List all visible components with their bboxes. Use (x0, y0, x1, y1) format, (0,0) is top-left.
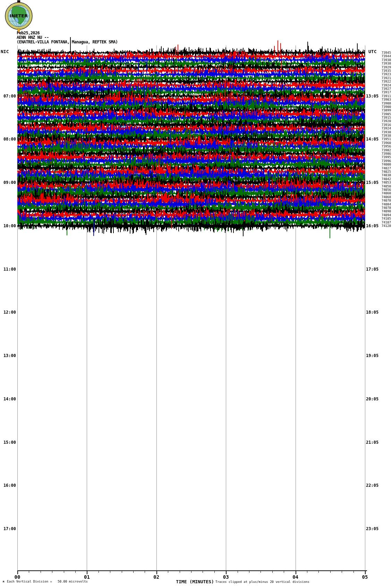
row-baseline-value: 73996 (382, 159, 391, 162)
row-baseline-value: 74050 (382, 185, 391, 188)
row-baseline-value: 73924 (382, 84, 391, 87)
row-baseline-value: 73899 (382, 109, 391, 112)
helicorder-page: INETER Feb25,2026 AENN HNZ NU -- (ENATRE… (0, 0, 392, 586)
left-hour-label: 13:00 (1, 354, 16, 358)
row-baseline-value: 73956 (382, 145, 391, 148)
row-baseline-value: 73908 (382, 102, 391, 105)
x-tick-label: 03 (223, 575, 229, 579)
right-hour-label: 16:05 (366, 224, 378, 228)
row-baseline-value: 74105 (382, 217, 391, 220)
left-hour-label: 16:00 (1, 483, 16, 487)
logo-text: INETER (10, 13, 28, 18)
left-hour-label: 08:00 (1, 137, 16, 141)
row-baseline-value: 73938 (382, 134, 391, 137)
row-baseline-value: 74107 (382, 221, 391, 224)
row-baseline-value: 73911 (382, 94, 391, 97)
x-tick-label: 00 (15, 575, 20, 579)
right-hour-label: 15:05 (366, 180, 378, 185)
row-baseline-value: 74078 (382, 199, 391, 202)
right-hour-label: 19:05 (366, 354, 378, 358)
row-baseline-value: 73903 (382, 98, 391, 101)
row-baseline-value: 74000 (382, 163, 391, 166)
row-baseline-value: 73916 (382, 123, 391, 126)
x-tick-label: 04 (292, 575, 298, 579)
left-hour-label: 15:00 (1, 440, 16, 444)
right-hour-label: 18:05 (366, 310, 378, 314)
row-baseline-value: 73995 (382, 156, 391, 159)
seismogram-canvas (0, 0, 392, 586)
right-hour-label: 20:05 (366, 397, 378, 401)
row-baseline-value: 73930 (382, 130, 391, 134)
row-baseline-value: 73922 (382, 80, 391, 83)
x-tick-label: 01 (84, 575, 90, 579)
x-axis-title: TIME (MINUTES) (176, 579, 214, 584)
x-tick-label: 05 (362, 575, 368, 579)
row-baseline-value: 73935 (382, 69, 391, 72)
right-hour-label: 21:05 (366, 440, 378, 444)
left-hour-label: 09:00 (1, 180, 16, 185)
row-baseline-value: 73917 (382, 91, 391, 94)
left-hour-label: 12:00 (1, 310, 16, 314)
row-baseline-value: 74025 (382, 170, 391, 173)
timezone-label-nic: NIC (1, 49, 9, 54)
row-baseline-value: 74027 (382, 167, 391, 170)
row-baseline-value: 74042 (382, 177, 391, 180)
left-hour-label: 10:00 (1, 224, 16, 228)
row-baseline-value: 73982 (382, 148, 391, 152)
row-baseline-value: 73905 (382, 112, 391, 116)
row-baseline-value: 74084 (382, 203, 391, 206)
row-baseline-value: 73920 (382, 120, 391, 123)
station-description: (ENATREL-VILLA FONTANA, Managua, REFTEK … (17, 40, 118, 44)
left-hour-label: 14:00 (1, 397, 16, 401)
left-hour-label: 17:00 (1, 527, 16, 531)
station-code: AENN HNZ NU -- (17, 35, 49, 40)
row-baseline-value: 74090 (382, 210, 391, 213)
right-hour-label: 13:05 (366, 94, 378, 98)
row-baseline-value: 73951 (382, 138, 391, 141)
row-baseline-value: 73929 (382, 66, 391, 69)
row-baseline-value: 74094 (382, 213, 391, 216)
row-baseline-value: 73938 (382, 58, 391, 61)
row-baseline-value: 74078 (382, 206, 391, 209)
row-baseline-value: 74056 (382, 188, 391, 191)
row-baseline-value: 74060 (382, 192, 391, 195)
left-hour-label: 07:00 (1, 94, 16, 98)
clip-note: Traces clipped at plus/minus 20 vertical… (215, 580, 309, 584)
row-baseline-value: 74128 (382, 224, 391, 227)
row-baseline-value: 73960 (382, 141, 391, 144)
corner-mark: M (3, 581, 4, 583)
row-baseline-value: 73944 (382, 55, 391, 58)
row-baseline-value: 73900 (382, 105, 391, 108)
ineter-logo: INETER (2, 0, 35, 34)
scale-note: Each Vertical Division = 50.00 microvolt… (7, 580, 88, 583)
row-baseline-value: 73924 (382, 127, 391, 130)
row-baseline-value: 74068 (382, 195, 391, 198)
row-baseline-value: 73945 (382, 51, 391, 54)
right-hour-label: 22:05 (366, 483, 378, 487)
row-baseline-value: 73938 (382, 62, 391, 65)
row-baseline-value: 74038 (382, 174, 391, 177)
row-baseline-value: 74053 (382, 181, 391, 184)
row-baseline-value: 73986 (382, 152, 391, 155)
right-hour-label: 23:05 (366, 527, 378, 531)
left-hour-label: 11:00 (1, 267, 16, 271)
row-baseline-value: 73923 (382, 73, 391, 76)
row-baseline-value: 73915 (382, 116, 391, 119)
row-baseline-value: 73921 (382, 76, 391, 79)
right-hour-label: 17:05 (366, 267, 378, 271)
x-tick-label: 02 (153, 575, 159, 579)
right-hour-label: 14:05 (366, 137, 378, 141)
row-baseline-value: 73927 (382, 87, 391, 90)
timezone-label-utc: UTC (368, 49, 376, 54)
